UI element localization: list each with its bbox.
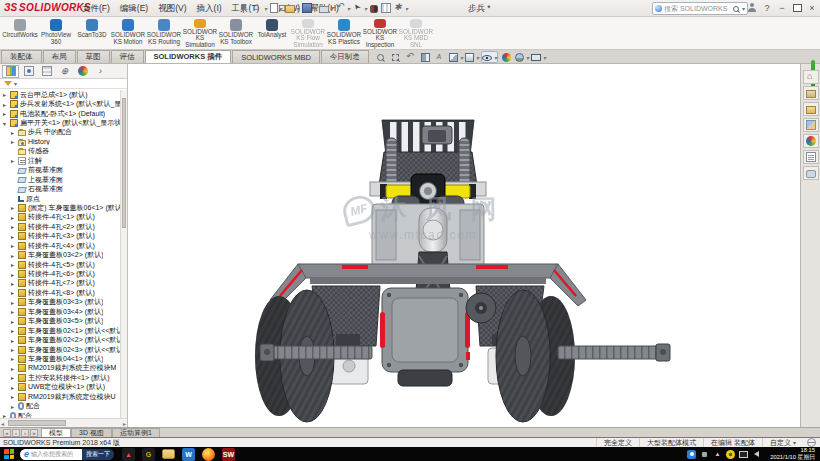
taskbar-file-explorer-icon[interactable] — [162, 449, 175, 459]
status-large-assembly-mode[interactable]: 大型装配体模式 — [639, 438, 703, 447]
tree-expand-icon[interactable] — [3, 101, 10, 108]
robot-model[interactable] — [130, 64, 800, 427]
tray-app-blue-icon[interactable] — [687, 450, 696, 459]
addin-solidworks-flow-simulation[interactable]: SOLIDWORKS Flow Simulation — [290, 17, 326, 49]
select-tool-button[interactable] — [352, 1, 368, 15]
displaymanager-tab[interactable] — [74, 65, 91, 78]
tree-item[interactable]: 转接件-4孔<4> (默认) — [0, 241, 120, 250]
tree-item[interactable]: 电池装配-卧式<1> (Default) — [0, 109, 120, 118]
tree-expand-icon[interactable] — [11, 129, 18, 136]
commandmanager-tab[interactable]: SOLIDWORKS MBD — [232, 50, 320, 63]
taskbar-solidworks-icon[interactable]: SW — [222, 448, 235, 461]
addin-tolanalyst[interactable]: TolAnalyst — [254, 17, 290, 49]
tab-nav-icon[interactable]: » — [30, 429, 38, 437]
user-account-button[interactable] — [746, 1, 758, 14]
tree-item[interactable]: 主控安装转接件<1> (默认) — [0, 373, 120, 382]
tree-item[interactable]: 车身覆盖板02<2> (默认<<默认>_显示状态) — [0, 335, 120, 344]
tab-nav-icon[interactable]: « — [3, 429, 11, 437]
document-tab[interactable]: 运动算例1 — [112, 428, 160, 437]
search-dropdown-icon[interactable]: ▾ — [742, 5, 745, 12]
tree-expand-icon[interactable] — [11, 289, 18, 296]
view-orientation-icon[interactable] — [449, 51, 463, 63]
tree-expand-icon[interactable] — [11, 337, 18, 344]
tree-expand-icon[interactable] — [11, 233, 18, 240]
tree-item[interactable]: (固定) 车身覆盖板06<1> (默认) — [0, 203, 120, 212]
tree-expand-icon[interactable] — [11, 280, 18, 287]
status-custom-dropdown[interactable]: 自定义 — [762, 438, 803, 447]
tree-expand-icon[interactable] — [11, 318, 18, 325]
tree-expand-icon[interactable] — [3, 120, 10, 127]
addin-solidworks-routing[interactable]: SOLIDWORKS Routing — [146, 17, 182, 49]
tray-network-icon[interactable] — [739, 451, 748, 458]
tree-item[interactable]: 车身覆盖板02<3> (默认<<默认>_显示状态) — [0, 345, 120, 354]
menu-item[interactable]: 插入(I) — [193, 2, 226, 16]
help-search-box[interactable]: 搜索 SOLIDWORKS 帮助 ▾ — [652, 2, 748, 15]
tree-filter[interactable]: ▾ — [0, 79, 127, 89]
home-button[interactable] — [252, 1, 268, 15]
tree-item[interactable]: 配合 — [0, 401, 120, 410]
tree-item[interactable]: History — [0, 137, 120, 146]
tree-expand-icon[interactable] — [11, 214, 18, 221]
tree-item[interactable]: 扁平开关<1> (默认<默认_显示状态>) — [0, 118, 120, 127]
tray-volume-icon[interactable] — [752, 450, 761, 459]
help-button[interactable]: ? — [761, 1, 773, 14]
tree-item[interactable]: RM2019裁判系统主控模块M — [0, 364, 120, 373]
tray-expand-icon[interactable]: ▴ — [713, 450, 722, 459]
commandmanager-tab[interactable]: 评估 — [111, 50, 144, 63]
menu-item[interactable]: 编辑(E) — [116, 2, 152, 16]
tree-item[interactable]: 车身覆盖板03<5> (默认) — [0, 317, 120, 326]
edit-appearance-icon[interactable] — [500, 51, 513, 63]
commandmanager-tab[interactable]: 装配体 — [1, 50, 42, 63]
view-settings-icon[interactable] — [531, 51, 546, 63]
tree-expand-icon[interactable] — [11, 365, 18, 372]
addin-scanto3d[interactable]: ScanTo3D — [74, 17, 110, 49]
tree-expand-icon[interactable] — [11, 374, 18, 381]
tree-expand-icon[interactable] — [11, 271, 18, 278]
commandmanager-tab[interactable]: 今日制造 — [321, 50, 369, 63]
tree-expand-icon[interactable] — [11, 384, 18, 391]
tree-expand-icon[interactable] — [11, 157, 18, 164]
new-file-button[interactable] — [269, 1, 283, 15]
tree-item[interactable]: 转接件-4孔<1> (默认) — [0, 213, 120, 222]
tree-expand-icon[interactable] — [11, 308, 18, 315]
tree-expand-icon[interactable] — [11, 327, 18, 334]
close-button[interactable]: × — [806, 1, 818, 14]
custom-properties-icon[interactable] — [803, 150, 819, 164]
addin-solidworks-plastics[interactable]: SOLIDWORKS Plastics — [326, 17, 362, 49]
file-explorer-icon[interactable] — [803, 102, 819, 116]
menu-item[interactable]: 文件(F) — [78, 2, 114, 16]
taskbar-app-g-icon[interactable]: G — [142, 448, 155, 461]
tab-nav-icon[interactable]: › — [21, 429, 29, 437]
addin-solidworks-inspection[interactable]: SOLIDWORKS Inspection — [362, 17, 398, 49]
addin-circuitworks[interactable]: CircuitWorks — [2, 17, 38, 49]
tray-app-yellow-icon[interactable] — [726, 450, 735, 459]
tree-item[interactable]: 车身覆盖板03<4> (默认) — [0, 307, 120, 316]
tree-item[interactable]: 传感器 — [0, 147, 120, 156]
menu-item[interactable]: 视图(V) — [154, 2, 190, 16]
start-button[interactable] — [0, 447, 18, 461]
tree-expand-icon[interactable] — [11, 242, 18, 249]
tree-expand-icon[interactable] — [11, 299, 18, 306]
tree-item[interactable]: 转接件-4孔<3> (默认) — [0, 232, 120, 241]
document-tab[interactable]: 模型 — [41, 428, 71, 437]
view-palette-icon[interactable] — [803, 118, 819, 132]
tree-item[interactable]: 转接件-4孔<8> (默认) — [0, 288, 120, 297]
tree-expand-icon[interactable] — [3, 110, 10, 117]
tree-expand-icon[interactable] — [11, 355, 18, 362]
hide-show-items-icon[interactable] — [481, 51, 498, 63]
addin-photoview-360[interactable]: PhotoView 360 — [38, 17, 74, 49]
minimize-button[interactable]: − — [776, 1, 788, 14]
filter-dropdown-icon[interactable]: ▾ — [14, 80, 17, 87]
tree-item[interactable]: 前视基准面 — [0, 166, 120, 175]
taskbar-firefox-icon[interactable] — [202, 448, 215, 461]
propertymanager-tab[interactable] — [20, 65, 37, 78]
display-style-icon[interactable] — [465, 51, 479, 63]
options-button[interactable] — [393, 1, 409, 15]
commandmanager-tab[interactable]: 草图 — [77, 50, 110, 63]
tree-item[interactable]: 原点 — [0, 194, 120, 203]
search-icon[interactable] — [732, 5, 740, 13]
tree-horizontal-scrollbar[interactable]: ◂ ▸ — [0, 418, 127, 427]
tree-item[interactable]: RM2019裁判系统定位模块U — [0, 392, 120, 401]
tree-item[interactable]: 转接件-4孔<5> (默认) — [0, 260, 120, 269]
tree-vertical-scrollbar[interactable] — [120, 90, 127, 418]
